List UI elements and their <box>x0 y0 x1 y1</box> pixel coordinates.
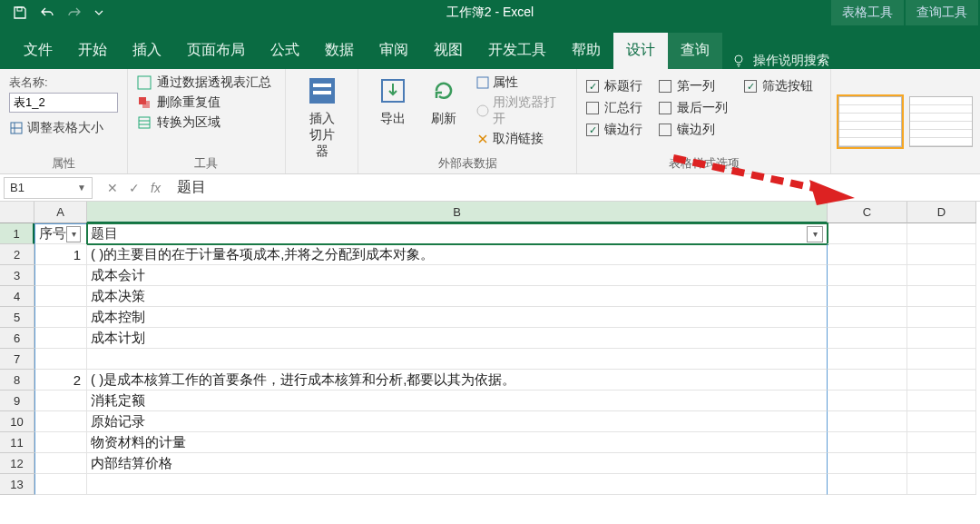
row-header[interactable]: 3 <box>0 265 34 286</box>
chk-last-col[interactable]: 最后一列 <box>659 100 728 116</box>
convert-range-button[interactable]: 转换为区域 <box>137 114 276 131</box>
table-properties-button[interactable]: 属性 <box>476 74 567 91</box>
cell[interactable] <box>828 265 907 286</box>
export-button[interactable]: 导出 <box>368 74 418 127</box>
redo-icon[interactable] <box>67 5 82 20</box>
chk-first-col[interactable]: 第一列 <box>659 78 728 94</box>
table-styles-gallery[interactable] <box>831 69 980 173</box>
cell[interactable] <box>828 474 907 495</box>
cell[interactable] <box>907 286 976 307</box>
undo-icon[interactable] <box>40 5 54 20</box>
tab-query[interactable]: 查询 <box>668 33 722 69</box>
cell[interactable] <box>34 328 87 349</box>
chk-banded-rows[interactable]: ✓镶边行 <box>586 122 642 138</box>
cell[interactable]: ( )的主要目的在于计量各项成本,并将之分配到成本对象。 <box>87 244 828 265</box>
cell[interactable] <box>828 411 907 432</box>
tab-review[interactable]: 审阅 <box>367 33 421 69</box>
context-tab-table-tools[interactable]: 表格工具 <box>831 0 904 25</box>
cell[interactable] <box>907 411 976 432</box>
cell[interactable]: 成本会计 <box>87 265 828 286</box>
cell[interactable] <box>34 286 87 307</box>
cell[interactable]: 2 <box>34 370 87 391</box>
chk-header-row[interactable]: ✓标题行 <box>586 78 642 94</box>
cell[interactable]: 成本计划 <box>87 328 828 349</box>
row-header[interactable]: 4 <box>0 286 34 307</box>
cell[interactable]: 题目▾ <box>87 223 828 244</box>
enter-icon[interactable]: ✓ <box>129 181 140 195</box>
cell[interactable] <box>87 349 828 370</box>
row-header[interactable]: 9 <box>0 391 34 411</box>
cell[interactable] <box>828 286 907 307</box>
context-tab-query-tools[interactable]: 查询工具 <box>906 0 978 25</box>
row-header[interactable]: 8 <box>0 370 34 391</box>
cell[interactable] <box>907 432 976 453</box>
row-header[interactable]: 13 <box>0 474 34 495</box>
cell[interactable] <box>828 328 907 349</box>
unlink-button[interactable]: 取消链接 <box>476 131 567 147</box>
cell[interactable] <box>34 432 87 453</box>
cell[interactable] <box>828 223 907 244</box>
name-box[interactable]: B1 ▼ <box>4 177 93 199</box>
tab-file[interactable]: 文件 <box>11 33 65 69</box>
cell[interactable]: 序号▾ <box>34 223 87 244</box>
tab-data[interactable]: 数据 <box>312 33 367 69</box>
cell[interactable] <box>87 474 828 495</box>
refresh-button[interactable]: 刷新 <box>418 74 469 127</box>
cell[interactable]: 1 <box>34 244 87 265</box>
chevron-down-icon[interactable]: ▼ <box>77 183 86 193</box>
col-header-B[interactable]: B <box>87 202 828 223</box>
summarize-pivot-button[interactable]: 通过数据透视表汇总 <box>137 74 276 91</box>
customize-qat-icon[interactable] <box>94 5 103 20</box>
row-header[interactable]: 2 <box>0 244 34 265</box>
row-header[interactable]: 7 <box>0 349 34 370</box>
row-header[interactable]: 6 <box>0 328 34 349</box>
table-style-thumb[interactable] <box>909 96 973 147</box>
tab-help[interactable]: 帮助 <box>559 33 613 69</box>
cell[interactable]: 成本控制 <box>87 307 828 328</box>
filter-dropdown-icon[interactable]: ▾ <box>807 226 823 242</box>
cell[interactable] <box>907 453 976 474</box>
cell[interactable]: 内部结算价格 <box>87 453 828 474</box>
chk-banded-cols[interactable]: 镶边列 <box>659 122 728 138</box>
cell[interactable] <box>34 307 87 328</box>
cell[interactable] <box>907 244 976 265</box>
table-name-input[interactable] <box>9 93 118 113</box>
cell[interactable] <box>828 307 907 328</box>
cell[interactable] <box>828 453 907 474</box>
col-header-D[interactable]: D <box>907 202 976 223</box>
cell[interactable] <box>34 391 87 411</box>
cell[interactable] <box>828 244 907 265</box>
row-header[interactable]: 10 <box>0 411 34 432</box>
cell[interactable] <box>907 328 976 349</box>
cell[interactable]: 消耗定额 <box>87 391 828 411</box>
filter-dropdown-icon[interactable]: ▾ <box>66 226 81 242</box>
row-header[interactable]: 5 <box>0 307 34 328</box>
save-icon[interactable] <box>13 5 27 20</box>
cell[interactable] <box>907 474 976 495</box>
cell[interactable]: ( )是成本核算工作的首要条件，进行成本核算和分析,都要以其为依据。 <box>87 370 828 391</box>
cell[interactable] <box>34 411 87 432</box>
resize-table-button[interactable]: 调整表格大小 <box>9 120 118 136</box>
tab-pagelayout[interactable]: 页面布局 <box>174 33 258 69</box>
tab-view[interactable]: 视图 <box>421 33 475 69</box>
table-style-thumb[interactable] <box>838 96 902 147</box>
formula-input[interactable]: 题目 <box>170 178 980 197</box>
cell[interactable] <box>907 223 976 244</box>
row-header[interactable]: 1 <box>0 223 34 244</box>
insert-slicer-button[interactable]: 插入切片器 <box>295 74 349 160</box>
col-header-A[interactable]: A <box>34 202 87 223</box>
tell-me-search[interactable]: 操作说明搜索 <box>731 53 829 69</box>
tab-insert[interactable]: 插入 <box>120 33 174 69</box>
tab-home[interactable]: 开始 <box>65 33 120 69</box>
cell[interactable]: 物资材料的计量 <box>87 432 828 453</box>
cell[interactable] <box>34 265 87 286</box>
tab-design[interactable]: 设计 <box>613 33 668 69</box>
remove-duplicates-button[interactable]: 删除重复值 <box>137 94 276 111</box>
cell[interactable] <box>34 349 87 370</box>
row-header[interactable]: 11 <box>0 432 34 453</box>
cancel-icon[interactable]: ✕ <box>107 181 118 195</box>
cell[interactable] <box>907 265 976 286</box>
cell[interactable] <box>907 349 976 370</box>
cell[interactable] <box>828 432 907 453</box>
cell[interactable] <box>34 474 87 495</box>
